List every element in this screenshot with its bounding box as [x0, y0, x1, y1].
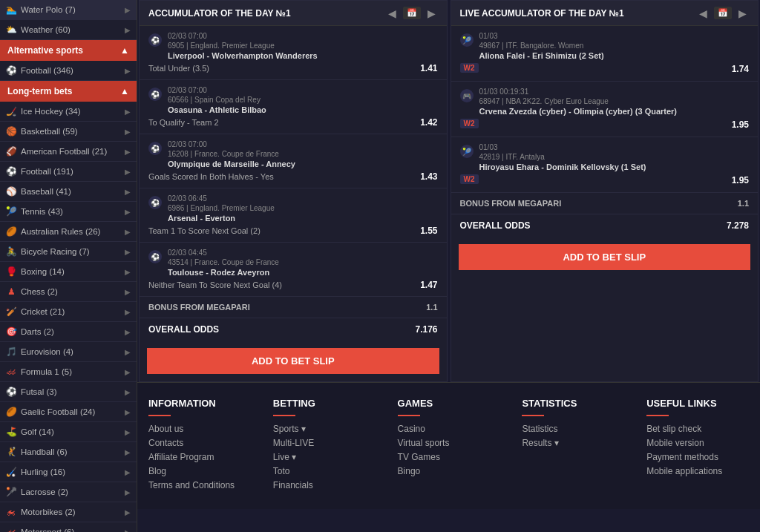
sidebar-item-label: Water Polo (7): [21, 5, 76, 14]
live-bet-date: 01/03 00:19:31: [479, 88, 750, 96]
footer-link-financials[interactable]: Financials: [273, 480, 376, 490]
sidebar-item-water-polo[interactable]: 🏊 Water Polo (7) ▶: [0, 0, 137, 20]
section-header-longterm[interactable]: Long-term bets ▲: [0, 81, 137, 102]
live-overall-label: OVERALL ODDS: [460, 220, 531, 231]
gaelic-football-icon: 🏉: [6, 407, 16, 417]
section-label: Alternative sports: [7, 45, 83, 56]
live-bet-date: 01/03: [479, 32, 750, 40]
bet-odds: 1.41: [420, 63, 437, 73]
football-icon: ⚽: [6, 166, 16, 177]
sidebar-item-football-191[interactable]: ⚽ Football (191) ▶: [0, 162, 137, 182]
live-bet-badge: W2: [460, 63, 479, 73]
calendar-icon-button[interactable]: 📅: [403, 7, 421, 19]
chevron-down-icon: ▶: [125, 128, 131, 136]
footer-link-about[interactable]: About us: [148, 424, 251, 434]
sidebar-item-label: Eurovision (4): [21, 347, 73, 356]
sidebar-item-handball[interactable]: 🤾 Handball (6) ▶: [0, 442, 137, 462]
footer-link-sports[interactable]: Sports ▾: [273, 424, 376, 434]
chevron-up-icon: ▲: [120, 86, 129, 96]
footer-betting: BETTING Sports ▾ Multi-LIVE Live ▾ Toto …: [273, 398, 376, 494]
footer-link-toto[interactable]: Toto: [273, 466, 376, 476]
add-to-bet-slip-button[interactable]: ADD TO BET SLIP: [147, 348, 439, 374]
footer-link-live[interactable]: Live ▾: [273, 452, 376, 462]
handball-icon: 🤾: [6, 447, 16, 457]
footer-link-payment-methods[interactable]: Payment methods: [646, 452, 749, 462]
sidebar-item-cricket[interactable]: 🏏 Cricket (21) ▶: [0, 302, 137, 322]
footer-link-casino[interactable]: Casino: [398, 424, 500, 434]
sidebar-item-eurovision[interactable]: 🎵 Eurovision (4) ▶: [0, 342, 137, 362]
accumulator-panel: ACCUMULATOR OF THE DAY №1 ◀ 📅 ▶ ⚽ 02/03: [139, 0, 448, 382]
sidebar-item-basketball[interactable]: 🏀 Basketball (59) ▶: [0, 122, 137, 142]
footer-link-virtual-sports[interactable]: Virtual sports: [398, 438, 500, 448]
sidebar-item-baseball[interactable]: ⚾ Baseball (41) ▶: [0, 182, 137, 202]
sidebar-item-tennis[interactable]: 🎾 Tennis (43) ▶: [0, 202, 137, 222]
footer-link-blog[interactable]: Blog: [148, 466, 251, 476]
sidebar-item-australian-rules[interactable]: 🏉 Australian Rules (26) ▶: [0, 222, 137, 242]
sidebar-item-weather[interactable]: ⛅ Weather (60) ▶: [0, 20, 137, 40]
footer-statistics-title: STATISTICS: [522, 398, 624, 409]
futsal-icon: ⚽: [6, 387, 16, 397]
chevron-down-icon: ▶: [125, 108, 131, 116]
bet-date: 02/03 07:00: [168, 32, 438, 40]
sidebar-item-bicycle-racing[interactable]: 🚴 Bicycle Racing (7) ▶: [0, 242, 137, 262]
sidebar-item-american-football[interactable]: 🏈 American Football (21) ▶: [0, 142, 137, 162]
footer-link-bet-slip-check[interactable]: Bet slip check: [646, 424, 749, 434]
next-accumulator-button[interactable]: ▶: [425, 7, 438, 19]
bet-market: To Qualify - Team 2: [148, 118, 219, 127]
live-bet-match: Aliona Falei - Eri Shimizu (2 Set): [479, 51, 750, 60]
sidebar-item-lacrosse[interactable]: 🥍 Lacrosse (2) ▶: [0, 482, 137, 502]
sidebar-item-darts[interactable]: 🎯 Darts (2) ▶: [0, 322, 137, 342]
next-live-accumulator-button[interactable]: ▶: [736, 7, 749, 19]
footer-link-bingo[interactable]: Bingo: [398, 466, 500, 476]
prev-live-accumulator-button[interactable]: ◀: [697, 7, 710, 19]
live-calendar-icon-button[interactable]: 📅: [714, 7, 732, 19]
footer-link-mobile-applications[interactable]: Mobile applications: [646, 466, 749, 476]
footer-link-statistics[interactable]: Statistics: [522, 424, 624, 434]
bet-date: 02/03 07:00: [168, 140, 438, 148]
footer-link-results[interactable]: Results ▾: [522, 438, 624, 448]
live-bonus-label: BONUS FROM MEGAPARI: [460, 199, 562, 208]
sidebar-item-ice-hockey[interactable]: 🏒 Ice Hockey (34) ▶: [0, 102, 137, 122]
footer-link-contacts[interactable]: Contacts: [148, 438, 251, 448]
bet-league: 16208 | France. Coupe de France: [168, 150, 438, 158]
chevron-down-icon: ▶: [125, 168, 131, 176]
sidebar-item-futsal[interactable]: ⚽ Futsal (3) ▶: [0, 382, 137, 402]
sidebar-item-motorsport[interactable]: 🏎 Motorsport (6) ▶: [0, 522, 137, 532]
sidebar-item-boxing[interactable]: 🥊 Boxing (14) ▶: [0, 262, 137, 282]
sidebar-item-label: Ice Hockey (34): [21, 107, 81, 116]
basketball-icon: 🏀: [6, 126, 16, 137]
footer-information-title: INFORMATION: [148, 398, 251, 409]
live-bet-match: Crvena Zvezda (cyber) - Olimpia (cyber) …: [479, 107, 750, 116]
section-header-alternative[interactable]: Alternative sports ▲: [0, 40, 137, 61]
footer-games: GAMES Casino Virtual sports TV Games Bin…: [398, 398, 500, 494]
sidebar-item-chess[interactable]: ♟ Chess (2) ▶: [0, 282, 137, 302]
live-add-to-bet-slip-button[interactable]: ADD TO BET SLIP: [459, 244, 751, 270]
footer-link-tv-games[interactable]: TV Games: [398, 452, 500, 462]
chevron-down-icon: ▶: [125, 428, 131, 436]
ice-hockey-icon: 🏒: [6, 106, 16, 116]
footer-link-multi-live[interactable]: Multi-LIVE: [273, 438, 376, 448]
sidebar-item-hurling[interactable]: 🏑 Hurling (16) ▶: [0, 462, 137, 482]
footer-link-mobile-version[interactable]: Mobile version: [646, 438, 749, 448]
cricket-icon: 🏏: [6, 306, 16, 317]
bet-match: Toulouse - Rodez Aveyron: [168, 268, 438, 277]
footer-link-affiliate[interactable]: Affiliate Program: [148, 452, 251, 462]
bicycle-racing-icon: 🚴: [6, 246, 16, 257]
sidebar-item-formula1[interactable]: 🏎 Formula 1 (5) ▶: [0, 362, 137, 382]
bet-item: ⚽ 02/03 07:00 60566 | Spain Copa del Rey…: [140, 80, 447, 134]
sidebar-item-gaelic-football[interactable]: 🏉 Gaelic Football (24) ▶: [0, 402, 137, 422]
sidebar-item-golf[interactable]: ⛳ Golf (14) ▶: [0, 422, 137, 442]
prev-accumulator-button[interactable]: ◀: [386, 7, 399, 19]
sidebar-item-label: Gaelic Football (24): [21, 407, 95, 416]
sidebar-item-football-346[interactable]: ⚽ Football (346) ▶: [0, 61, 137, 81]
sport-gaming-icon: 🎮: [460, 89, 474, 102]
bet-item: ⚽ 02/03 06:45 6986 | England. Premier Le…: [140, 188, 447, 243]
sidebar-item-label: Motorbikes (2): [21, 508, 76, 516]
footer-useful-links-title: USEFUL LINKS: [646, 398, 749, 409]
sidebar-item-motorbikes[interactable]: 🏍 Motorbikes (2) ▶: [0, 502, 137, 522]
bet-odds: 1.42: [420, 117, 437, 128]
footer-link-terms[interactable]: Terms and Conditions: [148, 480, 251, 490]
bet-league: 6986 | England. Premier League: [168, 204, 438, 212]
live-bet-odds: 1.95: [732, 175, 749, 185]
chevron-down-icon: ▶: [125, 308, 131, 316]
